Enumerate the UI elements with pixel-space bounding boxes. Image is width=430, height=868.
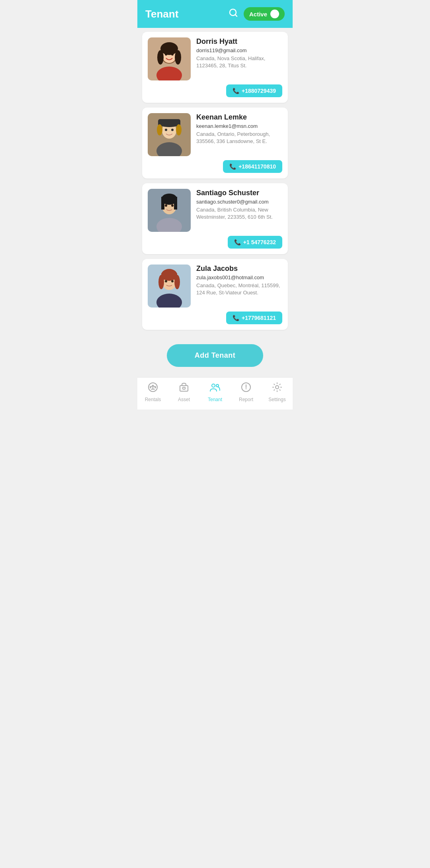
header-controls: Active <box>229 7 285 21</box>
nav-item-rentals[interactable]: Rentals <box>141 382 165 402</box>
avatar <box>148 113 191 156</box>
tenant-address: Canada, Nova Scotia, Halifax, 1123465, 2… <box>196 55 282 69</box>
phone-number: +18641170810 <box>238 163 276 170</box>
tenant-email: santiago.schuster0@gmail.com <box>196 199 282 205</box>
svg-rect-39 <box>180 386 188 391</box>
svg-rect-27 <box>161 201 164 210</box>
svg-point-10 <box>171 53 174 56</box>
tenant-email: zula.jaxobs001@hotmail.com <box>196 274 282 280</box>
phone-button[interactable]: 📞 +18641170810 <box>223 160 282 173</box>
tenant-info: Dorris Hyatt dorris119@gmail.com Canada,… <box>196 37 282 69</box>
tenant-address: Canada, Ontario, Peterborough, 335566, 3… <box>196 131 282 145</box>
tenant-name: Dorris Hyatt <box>196 37 282 46</box>
nav-label-rentals: Rentals <box>145 397 161 402</box>
tenant-name: Zula Jacobs <box>196 265 282 273</box>
svg-point-34 <box>174 275 180 289</box>
nav-label-tenant: Tenant <box>208 397 222 402</box>
svg-point-25 <box>165 204 167 207</box>
phone-number: +1880729439 <box>242 88 276 94</box>
nav-item-report[interactable]: Report <box>234 382 258 402</box>
svg-line-1 <box>235 15 237 16</box>
nav-label-asset: Asset <box>178 397 190 402</box>
svg-point-33 <box>158 275 164 289</box>
nav-label-settings: Settings <box>268 397 285 402</box>
toggle-circle <box>270 10 279 18</box>
add-tenant-button[interactable]: Add Tenant <box>167 344 264 367</box>
tenant-name: Santiago Schuster <box>196 189 282 197</box>
active-toggle[interactable]: Active <box>244 7 285 21</box>
phone-number: +1779681121 <box>242 315 276 321</box>
phone-button[interactable]: 📞 +1880729439 <box>226 84 282 97</box>
tenant-card[interactable]: Zula Jacobs zula.jaxobs001@hotmail.com C… <box>142 259 288 330</box>
svg-rect-28 <box>174 201 177 210</box>
tenant-info: Keenan Lemke keenan.lemke1@msn.com Canad… <box>196 113 282 145</box>
svg-rect-40 <box>183 387 185 389</box>
phone-button[interactable]: 📞 +1 54776232 <box>228 236 282 249</box>
tenant-email: keenan.lemke1@msn.com <box>196 123 282 129</box>
search-icon[interactable] <box>229 8 238 20</box>
svg-point-18 <box>165 129 167 131</box>
svg-point-37 <box>171 280 174 282</box>
svg-rect-15 <box>158 119 180 126</box>
phone-icon: 📞 <box>233 315 239 321</box>
phone-icon: 📞 <box>233 88 239 94</box>
avatar <box>148 189 191 232</box>
nav-label-report: Report <box>239 397 253 402</box>
tenant-card[interactable]: Dorris Hyatt dorris119@gmail.com Canada,… <box>142 32 288 103</box>
active-label: Active <box>249 11 267 18</box>
svg-point-19 <box>171 129 174 131</box>
avatar <box>148 265 191 308</box>
svg-point-46 <box>276 386 279 389</box>
tenant-info: Santiago Schuster santiago.schuster0@gma… <box>196 189 282 221</box>
phone-button[interactable]: 📞 +1779681121 <box>226 312 282 324</box>
page-title: Tenant <box>145 8 178 20</box>
phone-icon: 📞 <box>229 163 236 170</box>
svg-point-6 <box>160 42 178 55</box>
svg-point-8 <box>175 50 181 65</box>
svg-point-45 <box>246 388 246 389</box>
tenant-address: Canada, Quebec, Montréal, 115599, 124 Ru… <box>196 282 282 296</box>
svg-point-36 <box>165 280 167 282</box>
app-header: Tenant Active <box>137 0 293 28</box>
tenant-icon <box>209 382 221 395</box>
tenant-name: Keenan Lemke <box>196 113 282 121</box>
svg-point-26 <box>171 204 174 207</box>
phone-number: +1 54776232 <box>243 239 276 245</box>
asset-icon <box>178 382 190 395</box>
svg-point-41 <box>212 384 215 387</box>
tenant-address: Canada, British Columbia, New Westminste… <box>196 206 282 221</box>
tenant-list: Dorris Hyatt dorris119@gmail.com Canada,… <box>137 28 293 377</box>
tenant-card[interactable]: Keenan Lemke keenan.lemke1@msn.com Canad… <box>142 108 288 178</box>
nav-item-asset[interactable]: Asset <box>172 382 196 402</box>
report-icon <box>240 382 252 395</box>
phone-icon: 📞 <box>234 239 241 245</box>
bottom-navigation: Rentals Asset Tenant <box>137 377 293 410</box>
avatar <box>148 37 191 80</box>
tenant-info: Zula Jacobs zula.jaxobs001@hotmail.com C… <box>196 265 282 296</box>
nav-item-settings[interactable]: Settings <box>265 382 289 402</box>
add-tenant-section: Add Tenant <box>142 335 288 373</box>
svg-point-9 <box>165 53 167 56</box>
settings-icon <box>272 382 283 395</box>
tenant-card[interactable]: Santiago Schuster santiago.schuster0@gma… <box>142 183 288 254</box>
svg-point-16 <box>157 124 162 135</box>
nav-item-tenant[interactable]: Tenant <box>203 382 227 402</box>
svg-point-17 <box>176 124 182 135</box>
svg-point-7 <box>157 50 164 65</box>
rentals-icon <box>147 382 158 395</box>
tenant-email: dorris119@gmail.com <box>196 47 282 53</box>
